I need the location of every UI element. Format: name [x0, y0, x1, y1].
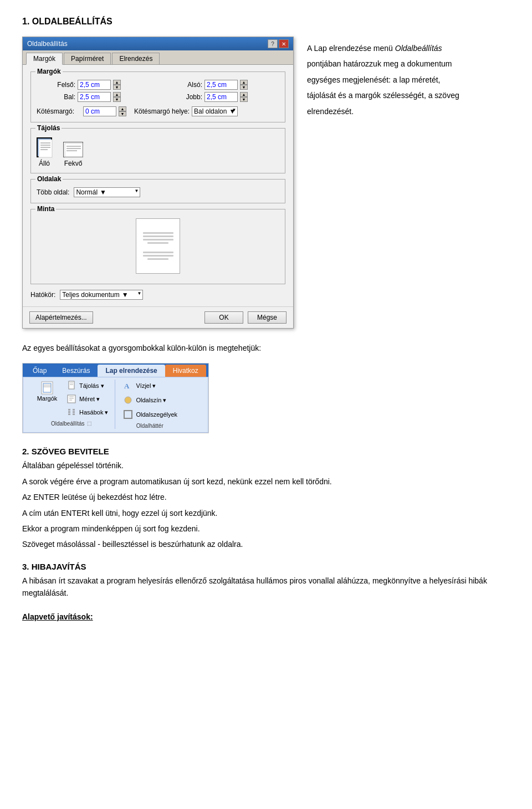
kotesmar-helye-wrapper: Bal oldalon ▼	[192, 106, 238, 116]
svg-text:A: A	[124, 382, 130, 390]
meret-ribbon-label: Méret ▾	[79, 396, 100, 403]
bal-down[interactable]: ▼	[113, 97, 121, 102]
right-text-p2: pontjában határozzuk meg a dokumentum	[307, 58, 510, 70]
kotesmar-spin: ▲ ▼	[119, 106, 126, 116]
close-button[interactable]: ✕	[279, 39, 289, 48]
felso-spin: ▲ ▼	[113, 80, 121, 90]
ok-button[interactable]: OK	[204, 311, 243, 324]
margok-icon	[39, 381, 55, 395]
tobb-oldal-select[interactable]: Normál ▼	[74, 187, 140, 197]
right-text-italic: Oldalbeállítás	[395, 44, 442, 53]
ribbon-tab-lap[interactable]: Lap elrendezése	[98, 365, 165, 377]
hatok-select-wrapper: Teljes dokumentum ▼	[60, 290, 143, 300]
megse-button[interactable]: Mégse	[248, 311, 287, 324]
hatok-arrow: ▼	[122, 291, 129, 299]
ribbon-item-vizjel[interactable]: A Vízjel ▾	[121, 380, 178, 392]
section1-title: 1. OLDALBEÁLLÍTÁS	[22, 17, 510, 27]
dialog-tabs: Margók Papírméret Elrendezés	[23, 50, 293, 65]
tobb-oldal-arrow: ▼	[100, 188, 106, 196]
hasabok-ribbon-label: Hasábok ▾	[79, 409, 108, 416]
ribbon-oldalhatter-items: A Vízjel ▾ Oldalszín ▾	[121, 380, 178, 421]
tajolas-group: Tájolás Álló	[30, 128, 285, 173]
hatok-value: Teljes dokumentum	[62, 291, 119, 299]
tajolas-ribbon-label: Tájolás ▾	[79, 382, 104, 390]
svg-rect-0	[39, 140, 52, 157]
also-input[interactable]	[204, 80, 238, 90]
felso-down[interactable]: ▼	[113, 85, 121, 90]
kotesmar-row: Kötésmargó: ▲ ▼ Kötésmargó helye: Bal ol…	[37, 106, 279, 116]
also-down[interactable]: ▼	[240, 85, 248, 90]
kotesmar-down[interactable]: ▼	[119, 111, 126, 116]
ribbon-tab-olap[interactable]: Őlap	[25, 365, 54, 377]
ok-cancel-group: OK Mégse	[204, 311, 287, 324]
margok-group: Margók Felső: ▲ ▼ Bal:	[30, 71, 285, 122]
fekvo-icon	[63, 142, 83, 157]
felso-up[interactable]: ▲	[113, 80, 121, 85]
ribbon-item-oldalszegely[interactable]: Oldalszegélyek	[121, 408, 178, 421]
ribbon-tab-hivatkoz[interactable]: Hivatkoz	[165, 365, 206, 377]
minta-line-4	[147, 242, 168, 244]
oldalak-group-title: Oldalak	[35, 175, 63, 183]
kotesmar-label: Kötésmargó:	[37, 107, 81, 115]
kotesmar-helye-select[interactable]: Bal oldalon ▼	[192, 106, 238, 116]
tajolas-options: Álló Fekvő	[37, 137, 279, 167]
ribbon-oldalbeallitas-footer: Oldalbeállítás ⬚	[51, 421, 92, 427]
kotesmar-input[interactable]	[83, 106, 116, 116]
svg-point-29	[125, 397, 131, 403]
kotesmar-helye-label: Kötésmargó helye:	[134, 107, 190, 115]
minta-line-3	[143, 239, 173, 240]
dialog-titlebar-buttons: ? ✕	[268, 39, 289, 48]
tajolas-group-title: Tájolás	[35, 124, 62, 132]
alapveto-section: Alapvető javítások:	[22, 611, 510, 623]
tab-elrendezes[interactable]: Elrendezés	[112, 53, 160, 64]
jobb-up[interactable]: ▲	[240, 92, 248, 97]
ribbon-area: Őlap Beszúrás Lap elrendezése Hivatkoz	[22, 363, 510, 433]
tab-papirmerete[interactable]: Papírméret	[64, 53, 111, 64]
margin-right-col: Alsó: ▲ ▼ Jobb: ▲ ▼	[163, 80, 279, 104]
jobb-input[interactable]	[204, 92, 238, 102]
bal-up[interactable]: ▲	[113, 92, 121, 97]
middle-text: Az egyes beállításokat a gyorsgombokkal …	[22, 342, 510, 354]
section3-para1: A hibásan írt szavakat a program helyesí…	[22, 575, 510, 600]
jobb-label: Jobb:	[163, 93, 202, 101]
felso-input[interactable]	[78, 80, 111, 90]
tab-margok[interactable]: Margók	[26, 53, 63, 65]
ribbon-oldalbeallitas-expand[interactable]: ⬚	[87, 421, 92, 427]
ribbon-item-meret[interactable]: Méret ▾	[64, 393, 109, 405]
minta-preview	[136, 218, 180, 274]
dialog-body: Margók Felső: ▲ ▼ Bal:	[23, 65, 293, 306]
minta-line-2	[143, 235, 173, 237]
kotesmar-helye-arrow: ▼	[229, 107, 236, 115]
also-up[interactable]: ▲	[240, 80, 248, 85]
minta-line-7	[147, 258, 168, 260]
ribbon-item-hasabok[interactable]: Hasábok ▾	[64, 406, 109, 418]
tajolas-fekvo[interactable]: Fekvő	[63, 142, 83, 167]
ribbon-item-margok[interactable]: Margók	[33, 380, 61, 403]
dialog-titlebar: Oldalbeállítás ? ✕	[23, 37, 293, 50]
help-button[interactable]: ?	[268, 39, 278, 48]
svg-rect-13	[69, 381, 74, 389]
ribbon-oldalbeallitas-items: Margók Tájolás ▾	[33, 380, 109, 418]
vizjel-ribbon-label: Vízjel ▾	[136, 382, 156, 390]
felso-label: Felső:	[37, 81, 75, 89]
ribbon-tab-beszuras[interactable]: Beszúrás	[54, 365, 98, 377]
tajolas-allo[interactable]: Álló	[37, 137, 52, 167]
ribbon-item-tajolas[interactable]: Tájolás ▾	[64, 380, 109, 392]
margin-grid: Felső: ▲ ▼ Bal: ▲ ▼	[37, 80, 279, 104]
alapertelmezs-button[interactable]: Alapértelmezés...	[29, 311, 93, 324]
hatok-select[interactable]: Teljes dokumentum ▼	[60, 290, 143, 300]
bal-input[interactable]	[78, 92, 111, 102]
ribbon-group-oldalhatter: A Vízjel ▾ Oldalszín ▾	[115, 380, 184, 429]
hasabok-ribbon-icon	[65, 407, 78, 418]
tobb-oldal-label: Több oldal:	[37, 188, 69, 196]
section3-title: 3. HIBAJAVÍTÁS	[22, 562, 510, 571]
jobb-spin: ▲ ▼	[240, 92, 248, 102]
minta-group: Minta	[30, 209, 285, 284]
right-text-p4: tájolását és a margók szélességét, a szö…	[307, 89, 510, 101]
oldalak-row: Több oldal: Normál ▼	[37, 187, 279, 197]
ribbon-item-oldalszin[interactable]: Oldalszín ▾	[121, 394, 178, 406]
kotesmar-up[interactable]: ▲	[119, 106, 126, 111]
svg-rect-16	[68, 395, 75, 403]
jobb-down[interactable]: ▼	[240, 97, 248, 102]
minta-line-5	[143, 252, 173, 253]
